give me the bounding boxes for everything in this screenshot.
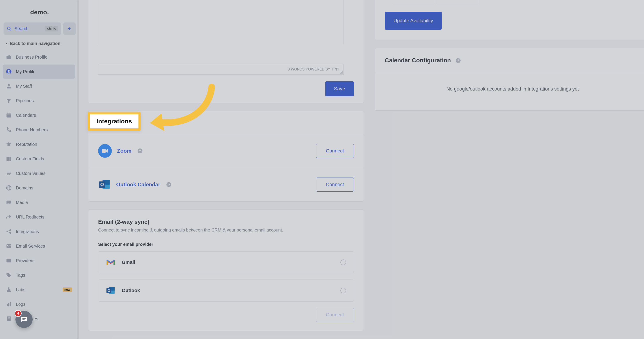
sidebar-item-label: URL Redirects	[16, 215, 72, 220]
badge-new: new	[62, 288, 72, 292]
svg-line-1	[10, 29, 11, 30]
svg-rect-32	[9, 317, 10, 318]
sidebar-item-reputation[interactable]: Reputation	[3, 137, 75, 151]
sidebar-item-label: Phone Numbers	[16, 127, 72, 132]
svg-rect-44	[22, 318, 26, 319]
sidebar-item-domains[interactable]: Domains	[3, 181, 75, 195]
chart-icon	[6, 301, 12, 307]
sidebar-item-label: Tags	[16, 273, 72, 278]
svg-point-12	[10, 172, 11, 173]
radio-gmail[interactable]	[340, 260, 346, 265]
sidebar-item-label: Email Services	[16, 244, 72, 249]
building-icon	[6, 316, 12, 322]
svg-rect-24	[6, 259, 8, 262]
help-chat-widget[interactable]: 4	[16, 311, 33, 328]
sidebar-item-label: Business Profile	[16, 55, 72, 60]
clear-icon[interactable]: ✕	[472, 0, 476, 0]
help-icon[interactable]: ?	[138, 148, 142, 153]
sidebar-item-providers[interactable]: Providers	[3, 254, 75, 268]
integration-row-zoom: Zoom ? Connect	[88, 134, 364, 168]
sidebar-item-label: Integrations	[16, 229, 72, 234]
sidebar-item-my-staff[interactable]: My Staff	[3, 79, 75, 93]
sidebar-item-tags[interactable]: Tags	[3, 268, 75, 282]
sidebar-item-media[interactable]: Media	[3, 195, 75, 210]
back-to-main-nav[interactable]: Back to main navigation	[3, 38, 76, 50]
brand-logo: demo.	[3, 4, 76, 22]
sidebar-item-label: My Profile	[16, 69, 72, 74]
svg-rect-33	[8, 319, 8, 320]
sidebar-item-label: Calendars	[16, 113, 72, 118]
svg-rect-30	[7, 317, 10, 321]
svg-text:O: O	[107, 289, 110, 293]
sidebar-item-pipelines[interactable]: Pipelines	[3, 94, 75, 108]
help-icon[interactable]: ?	[166, 182, 171, 187]
flask-icon	[6, 287, 12, 293]
email-provider-select-label: Select your email provider	[98, 242, 354, 247]
quick-actions-button[interactable]	[63, 22, 76, 35]
email-provider-gmail[interactable]: Gmail	[98, 251, 354, 273]
calendar-config-heading: Calendar Configuration ?	[375, 48, 644, 73]
user-circle-icon	[6, 68, 12, 75]
svg-rect-28	[8, 303, 10, 306]
tag-icon	[6, 272, 12, 278]
svg-point-18	[8, 201, 8, 202]
editor-canvas[interactable]	[98, 0, 344, 44]
sidebar-item-label: Custom Values	[16, 171, 72, 176]
clear-icon[interactable]: ✕	[428, 0, 432, 0]
bolt-icon	[67, 26, 72, 31]
sidebar-item-logs[interactable]: Logs	[3, 297, 75, 311]
email-connect-button[interactable]: Connect	[316, 308, 354, 322]
svg-rect-11	[10, 157, 11, 161]
integration-row-outlook: O Outlook Calendar ? Connect	[88, 168, 364, 201]
calendar-config-empty: No google/outlook accounts added in Inte…	[375, 73, 644, 110]
calendar-icon	[6, 112, 12, 118]
sidebar-item-url-redirects[interactable]: URL Redirects	[3, 210, 75, 224]
help-icon[interactable]: ?	[456, 58, 460, 63]
sidebar-item-label: Reputation	[16, 142, 72, 147]
connect-outlook-button[interactable]: Connect	[316, 178, 354, 192]
search-shortcut: ctrl K	[45, 26, 58, 31]
chat-icon	[20, 316, 28, 323]
availability-time-to[interactable]: 12:00 AM ✕	[437, 0, 479, 4]
sidebar-item-calendars[interactable]: Calendars	[3, 108, 75, 122]
svg-rect-45	[22, 320, 25, 320]
sidebar-item-business-profile[interactable]: Business Profile	[3, 50, 75, 64]
sidebar-item-email-services[interactable]: Email Services	[3, 239, 75, 253]
search-input[interactable]: Search ctrl K	[4, 22, 61, 35]
search-icon	[6, 26, 12, 31]
integration-name: Outlook Calendar	[116, 182, 160, 188]
sidebar-item-label: My Staff	[16, 84, 72, 89]
sidebar-item-my-profile[interactable]: My Profile	[3, 64, 75, 79]
svg-rect-7	[8, 113, 8, 114]
connect-zoom-button[interactable]: Connect	[316, 144, 354, 158]
svg-rect-6	[6, 113, 11, 115]
svg-point-21	[10, 232, 11, 234]
main-content: 0 WORDS POWERED BY TINY Save Integration…	[79, 0, 644, 339]
sidebar-item-label: Media	[16, 200, 72, 205]
right-column: 12:00 AM ✕ 12:00 AM ✕ Update Availabilit…	[375, 0, 644, 118]
svg-rect-29	[10, 302, 11, 307]
sidebar-item-companies[interactable]: Companies	[3, 312, 75, 326]
email-sync-card: Email (2-way sync) Connect to sync incom…	[88, 210, 364, 331]
sidebar-item-labs[interactable]: Labsnew	[3, 283, 75, 297]
sidebar-item-custom-fields[interactable]: Custom Fields	[3, 152, 75, 166]
availability-time-from[interactable]: 12:00 AM ✕	[393, 0, 435, 4]
radio-outlook[interactable]	[340, 288, 346, 293]
star-icon	[6, 141, 12, 147]
svg-rect-35	[102, 149, 106, 153]
sidebar-item-label: Providers	[16, 258, 72, 263]
email-sync-title: Email (2-way sync)	[98, 219, 354, 225]
sidebar-item-integrations[interactable]: Integrations	[3, 224, 75, 239]
redirect-icon	[6, 214, 12, 220]
save-button[interactable]: Save	[325, 81, 354, 96]
zoom-icon	[98, 144, 112, 158]
globe-icon	[6, 185, 12, 191]
film-icon	[6, 258, 12, 264]
email-provider-outlook[interactable]: O Outlook	[98, 280, 354, 302]
settings-nav: Business ProfileMy ProfileMy StaffPipeli…	[3, 50, 76, 339]
sidebar-item-phone-numbers[interactable]: Phone Numbers	[3, 123, 75, 137]
update-availability-button[interactable]: Update Availability	[385, 12, 442, 30]
sidebar-item-custom-values[interactable]: Custom Values	[3, 166, 75, 180]
highlight-callout: Integrations	[88, 112, 141, 131]
svg-point-19	[6, 231, 8, 232]
